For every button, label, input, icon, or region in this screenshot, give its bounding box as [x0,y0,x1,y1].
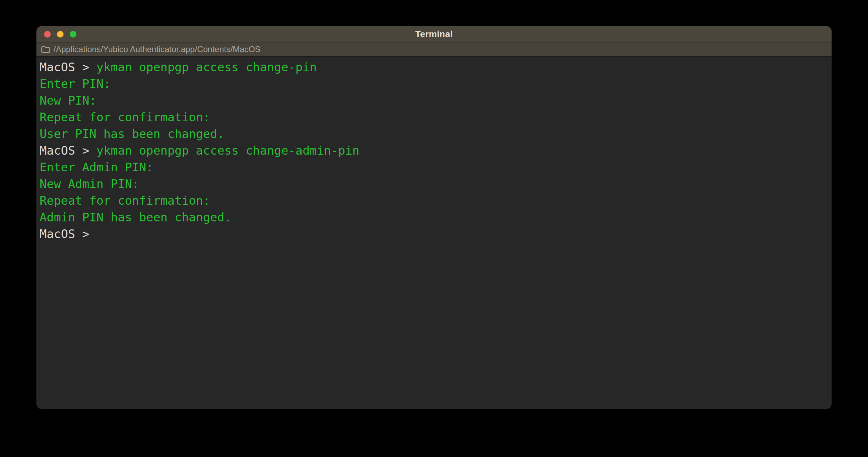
close-button[interactable] [44,31,51,38]
terminal-text-segment: Enter Admin PIN: [40,160,153,174]
terminal-line: MacOS > [40,226,828,242]
terminal-line: Repeat for confirmation: [40,109,828,125]
terminal-text-segment: MacOS > [40,144,97,157]
terminal-line: Admin PIN has been changed. [40,209,828,226]
terminal-line: New Admin PIN: [40,176,828,192]
terminal-line: Enter Admin PIN: [40,159,828,176]
window-titlebar[interactable]: Terminal [36,26,832,42]
terminal-line: MacOS > ykman openpgp access change-pin [40,59,828,75]
terminal-window: Terminal /Applications/Yubico Authentica… [36,26,832,409]
minimize-button[interactable] [57,31,64,38]
zoom-button[interactable] [70,31,76,38]
window-title: Terminal [36,29,832,40]
terminal-line: Enter PIN: [40,75,828,92]
window-controls [44,26,76,42]
folder-icon [41,46,50,54]
terminal-line: User PIN has been changed. [40,125,828,142]
terminal-text-segment: MacOS > [40,60,97,74]
working-directory-bar: /Applications/Yubico Authenticator.app/C… [36,42,832,57]
terminal-line: Repeat for confirmation: [40,192,828,209]
terminal-text-segment: Repeat for confirmation: [40,110,210,124]
terminal-output[interactable]: MacOS > ykman openpgp access change-pinE… [36,57,832,409]
terminal-line: New PIN: [40,92,828,109]
terminal-text-segment: User PIN has been changed. [40,127,224,141]
terminal-text-segment: MacOS > [40,227,97,241]
terminal-text-segment: Enter PIN: [40,77,111,91]
terminal-text-segment: New Admin PIN: [40,177,139,191]
desktop-background: Terminal /Applications/Yubico Authentica… [0,0,868,457]
terminal-text-segment: ykman openpgp access change-admin-pin [97,144,359,157]
terminal-text-segment: Repeat for confirmation: [40,194,210,207]
terminal-text-segment: ykman openpgp access change-pin [97,60,317,74]
terminal-line: MacOS > ykman openpgp access change-admi… [40,142,828,159]
terminal-text-segment: Admin PIN has been changed. [40,210,232,224]
terminal-text-segment: New PIN: [40,93,97,107]
working-directory-path: /Applications/Yubico Authenticator.app/C… [53,44,260,54]
